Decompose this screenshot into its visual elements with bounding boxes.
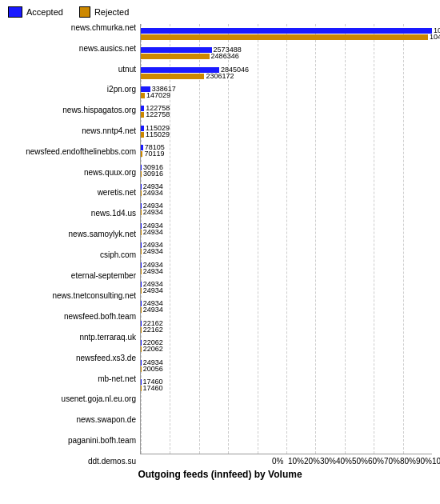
bar-row: 2493424934 <box>141 258 432 278</box>
bar-value-rejected: 2306172 <box>206 72 234 80</box>
bar-value-rejected: 147029 <box>146 91 170 99</box>
bar-accepted: 30916 <box>141 165 142 170</box>
y-label: usenet.goja.nl.eu.org <box>62 395 136 403</box>
bar-value-rejected: 24934 <box>143 228 163 236</box>
bar-value-rejected: 24934 <box>143 306 163 314</box>
rejected-label: Rejected <box>94 7 129 17</box>
bar-value-rejected: 24934 <box>143 286 163 294</box>
y-label: paganini.bofh.team <box>68 437 136 445</box>
y-label: i2pn.org <box>107 86 136 94</box>
y-label: news.swapon.de <box>77 416 137 424</box>
bar-accepted: 24934 <box>141 360 142 366</box>
bar-rejected: 20056 <box>141 366 142 372</box>
bar-value-rejected: 2486346 <box>211 52 239 60</box>
y-label: newsfeed.xs3.de <box>76 354 136 362</box>
y-label: weretis.net <box>98 189 136 197</box>
bar-value-rejected: 24934 <box>143 208 163 216</box>
bar-rejected: 70119 <box>141 151 142 157</box>
bar-rejected: 147029 <box>141 93 145 98</box>
bar-row: 1746017460 <box>141 375 432 394</box>
bar-value-rejected: 24934 <box>143 189 163 197</box>
legend-rejected: Rejected <box>79 6 129 18</box>
bar-accepted: 22062 <box>141 340 142 346</box>
y-label: news.1d4.us <box>91 210 136 218</box>
bar-rejected: 2486346 <box>141 54 210 59</box>
y-label: utnut <box>118 66 136 74</box>
rejected-icon <box>79 6 90 18</box>
bar-rejected: 24934 <box>141 288 142 294</box>
x-axis: 0%10%20%30%40%50%60%70%80%90%100% <box>272 454 432 466</box>
bar-accepted: 115029 <box>141 126 144 131</box>
bar-rejected: 2306172 <box>141 74 204 79</box>
bar-row: 7810570119 <box>141 141 432 160</box>
legend: Accepted Rejected <box>8 6 432 18</box>
bar-rejected: 22062 <box>141 346 142 352</box>
bar-row: 25734882486346 <box>141 43 432 62</box>
bar-accepted: 24934 <box>141 203 142 209</box>
accepted-icon <box>8 6 22 18</box>
y-label: news.quux.org <box>84 169 136 177</box>
bar-rejected: 24934 <box>141 190 142 196</box>
bar-accepted: 10571114 <box>141 28 432 34</box>
bar-accepted: 17460 <box>141 379 142 385</box>
bar-rejected: 22162 <box>141 327 142 333</box>
y-label: news.ausics.net <box>79 45 136 53</box>
y-label: news.nntp4.net <box>82 127 136 135</box>
bar-rejected: 24934 <box>141 230 142 235</box>
bar-row <box>141 395 432 414</box>
bar-row: 2493420056 <box>141 356 432 375</box>
bar-rejected: 30916 <box>141 171 142 177</box>
bar-row: 2493424934 <box>141 200 432 219</box>
y-label: eternal-september <box>71 272 136 280</box>
bar-rejected: 17460 <box>141 386 142 391</box>
bar-accepted: 122758 <box>141 106 144 111</box>
legend-accepted: Accepted <box>8 6 63 18</box>
y-label: newsfeed.bofh.team <box>64 313 136 321</box>
bar-row: 122758122758 <box>141 102 432 122</box>
y-label: newsfeed.endofthelinebbs.com <box>26 148 136 156</box>
bar-value-rejected: 22062 <box>143 345 163 353</box>
bar-row: 115029115029 <box>141 122 432 141</box>
bar-rejected: 24934 <box>141 307 142 313</box>
bar-row: 1057111410427175 <box>141 24 432 43</box>
bar-value-rejected: 10427175 <box>430 33 440 41</box>
bar-row <box>141 414 432 434</box>
bar-rejected: 122758 <box>141 112 144 118</box>
bar-rejected: 115029 <box>141 132 144 138</box>
bar-row: 2493424934 <box>141 219 432 238</box>
bar-value-rejected: 122758 <box>146 110 170 118</box>
y-label: news.hispagatos.org <box>62 106 136 114</box>
y-label: csiph.com <box>100 251 136 259</box>
bar-value-rejected: 17460 <box>143 384 163 392</box>
bar-accepted: 24934 <box>141 301 142 306</box>
bar-row: 338617147029 <box>141 82 432 102</box>
y-axis: news.chmurka.netnews.ausics.netutnuti2pn… <box>8 24 140 466</box>
y-label: news.samoylyk.net <box>69 230 136 238</box>
y-label: news.chmurka.net <box>71 24 136 32</box>
y-label: mb-net.net <box>98 375 136 383</box>
bar-accepted: 24934 <box>141 262 142 268</box>
chart-title: Outgoing feeds (innfeed) by Volume <box>8 469 432 480</box>
bar-accepted: 24934 <box>141 184 142 190</box>
bar-value-rejected: 30916 <box>143 170 163 178</box>
bar-value-rejected: 22162 <box>143 326 163 334</box>
bar-accepted: 78105 <box>141 145 143 150</box>
bar-value-rejected: 24934 <box>143 247 163 255</box>
bar-rejected: 24934 <box>141 210 142 215</box>
chart-container: Accepted Rejected news.chmurka.netnews.a… <box>0 0 440 504</box>
y-label: news.tnetconsulting.net <box>52 292 136 300</box>
bar-value-rejected: 20056 <box>143 365 163 373</box>
bar-row: 28450462306172 <box>141 63 432 82</box>
accepted-label: Accepted <box>26 7 63 17</box>
bar-row: 2493424934 <box>141 298 432 317</box>
bar-row: 2493424934 <box>141 180 432 199</box>
bar-accepted: 2573488 <box>141 47 212 53</box>
y-label: ddt.demos.su <box>88 458 136 466</box>
chart-body: news.chmurka.netnews.ausics.netutnuti2pn… <box>8 24 432 466</box>
bar-value-rejected: 24934 <box>143 267 163 275</box>
bars-area: 1057111410427175257348824863462845046230… <box>140 24 432 454</box>
bar-accepted: 22162 <box>141 321 142 326</box>
bar-row: 2493424934 <box>141 238 432 258</box>
bar-value-rejected: 115029 <box>146 130 170 138</box>
y-label: nntp.terraraq.uk <box>79 334 136 342</box>
